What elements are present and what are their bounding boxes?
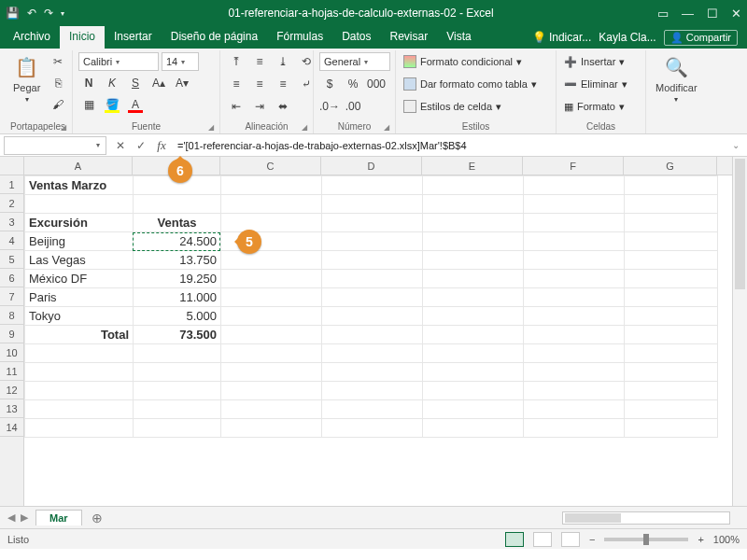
enter-formula-icon[interactable]: ✓ — [131, 139, 151, 152]
cell-a5[interactable]: Las Vegas — [25, 251, 134, 270]
conditional-format-button[interactable]: Formato condicional ▾ — [402, 52, 524, 71]
align-bottom-icon[interactable]: ⤓ — [273, 52, 293, 71]
font-name-combo[interactable]: Calibri▾ — [78, 52, 159, 71]
percent-icon[interactable]: % — [343, 75, 363, 93]
cut-icon[interactable]: ✂ — [48, 52, 68, 71]
copy-icon[interactable]: ⎘ — [48, 74, 68, 92]
fx-icon[interactable]: fx — [151, 138, 172, 153]
number-format-combo[interactable]: General▾ — [319, 52, 390, 71]
expand-formula-icon[interactable]: ⌄ — [732, 140, 747, 150]
tab-revisar[interactable]: Revisar — [381, 26, 438, 49]
select-all-corner[interactable] — [0, 157, 24, 175]
row-header[interactable]: 3 — [0, 213, 23, 231]
decrease-indent-icon[interactable]: ⇤ — [226, 97, 247, 116]
underline-button[interactable]: S — [125, 74, 146, 92]
row-header[interactable]: 11 — [0, 362, 23, 381]
share-button[interactable]: 👤 Compartir — [664, 30, 738, 46]
cell-b4[interactable]: 24.500 — [134, 232, 221, 251]
col-header-c[interactable]: C — [220, 157, 321, 175]
row-header[interactable]: 5 — [0, 250, 23, 269]
cancel-formula-icon[interactable]: ✕ — [110, 139, 131, 152]
cell-b9[interactable]: 73.500 — [134, 326, 221, 344]
col-header-g[interactable]: G — [624, 157, 717, 175]
cell-a7[interactable]: Paris — [25, 288, 134, 307]
row-header[interactable]: 8 — [0, 306, 23, 325]
view-pagebreak-icon[interactable] — [561, 532, 580, 547]
decrease-decimal-icon[interactable]: .00 — [343, 97, 363, 116]
format-cells-button[interactable]: ▦ Formato ▾ — [562, 97, 627, 116]
name-box[interactable]: ▾ — [4, 136, 106, 155]
font-size-combo[interactable]: 14▾ — [162, 52, 199, 71]
zoom-slider[interactable] — [604, 538, 688, 541]
fill-color-icon[interactable]: 🪣 — [102, 95, 122, 114]
cell-b5[interactable]: 13.750 — [134, 251, 221, 270]
paste-button[interactable]: 📋 Pegar ▾ — [9, 52, 44, 105]
insert-cells-button[interactable]: ➕ Insertar ▾ — [562, 52, 627, 71]
cell-styles-button[interactable]: Estilos de celda ▾ — [402, 97, 503, 116]
currency-icon[interactable]: $ — [319, 75, 340, 93]
vertical-scrollbar[interactable] — [732, 157, 747, 506]
increase-font-icon[interactable]: A▴ — [148, 74, 169, 92]
minimize-icon[interactable]: — — [682, 7, 694, 21]
row-header[interactable]: 1 — [0, 175, 23, 194]
row-header[interactable]: 6 — [0, 269, 23, 287]
cell-a4[interactable]: Beijing — [25, 232, 134, 251]
horizontal-scrollbar[interactable] — [562, 511, 730, 525]
format-painter-icon[interactable]: 🖌 — [48, 95, 68, 114]
cell-a8[interactable]: Tokyo — [25, 307, 134, 326]
cell-b7[interactable]: 11.000 — [134, 288, 221, 307]
align-center-icon[interactable]: ≡ — [249, 75, 270, 93]
save-icon[interactable]: 💾 — [6, 7, 20, 20]
cell-a1[interactable]: Ventas Marzo — [25, 176, 134, 195]
cell-b8[interactable]: 5.000 — [134, 307, 221, 326]
delete-cells-button[interactable]: ➖ Eliminar ▾ — [562, 75, 629, 93]
zoom-out-icon[interactable]: − — [589, 534, 595, 545]
row-header[interactable]: 4 — [0, 231, 23, 250]
ribbon-options-icon[interactable]: ▭ — [657, 7, 669, 21]
user-name[interactable]: Kayla Cla... — [599, 31, 655, 44]
maximize-icon[interactable]: ☐ — [707, 7, 718, 21]
comma-icon[interactable]: 000 — [366, 75, 387, 93]
bold-button[interactable]: N — [78, 74, 99, 92]
align-top-icon[interactable]: ⤒ — [226, 52, 247, 71]
cell-a3[interactable]: Excursión — [25, 214, 134, 232]
col-header-a[interactable]: A — [24, 157, 133, 175]
tab-archivo[interactable]: Archivo — [4, 26, 60, 49]
row-header[interactable]: 13 — [0, 399, 23, 418]
tab-inicio[interactable]: Inicio — [60, 26, 105, 49]
col-header-d[interactable]: D — [321, 157, 422, 175]
tab-datos[interactable]: Datos — [332, 26, 380, 49]
font-color-icon[interactable]: A — [125, 95, 146, 114]
redo-icon[interactable]: ↷ — [44, 7, 53, 20]
tab-formulas[interactable]: Fórmulas — [267, 26, 332, 49]
zoom-in-icon[interactable]: + — [698, 534, 703, 545]
tab-vista[interactable]: Vista — [437, 26, 480, 49]
tab-diseno[interactable]: Diseño de página — [162, 26, 267, 49]
sheet-tab-mar[interactable]: Mar — [35, 510, 82, 525]
col-header-f[interactable]: F — [523, 157, 624, 175]
merge-icon[interactable]: ⬌ — [273, 97, 293, 116]
view-layout-icon[interactable] — [533, 532, 552, 547]
row-header[interactable]: 7 — [0, 287, 23, 306]
zoom-level[interactable]: 100% — [713, 534, 740, 545]
align-middle-icon[interactable]: ≡ — [249, 52, 270, 71]
row-header[interactable]: 9 — [0, 325, 23, 343]
cell-a6[interactable]: México DF — [25, 270, 134, 288]
tab-nav-prev-icon[interactable]: ◀ — [7, 511, 15, 524]
increase-indent-icon[interactable]: ⇥ — [249, 97, 270, 116]
cell-b6[interactable]: 19.250 — [134, 270, 221, 288]
undo-icon[interactable]: ↶ — [27, 7, 36, 20]
qat-dropdown-icon[interactable]: ▾ — [61, 9, 64, 18]
cell-a9[interactable]: Total — [25, 326, 134, 344]
row-header[interactable]: 10 — [0, 343, 23, 362]
close-icon[interactable]: ✕ — [731, 7, 741, 21]
tab-insertar[interactable]: Insertar — [105, 26, 162, 49]
view-normal-icon[interactable] — [505, 532, 524, 547]
align-right-icon[interactable]: ≡ — [273, 75, 293, 93]
format-table-button[interactable]: Dar formato como tabla ▾ — [402, 75, 539, 93]
tab-nav-next-icon[interactable]: ▶ — [21, 511, 28, 524]
formula-input[interactable]: ='[01-referenciar-a-hojas-de-trabajo-ext… — [172, 140, 732, 151]
col-header-e[interactable]: E — [422, 157, 523, 175]
italic-button[interactable]: K — [102, 74, 122, 92]
editing-button[interactable]: 🔍 Modificar ▾ — [652, 52, 701, 105]
